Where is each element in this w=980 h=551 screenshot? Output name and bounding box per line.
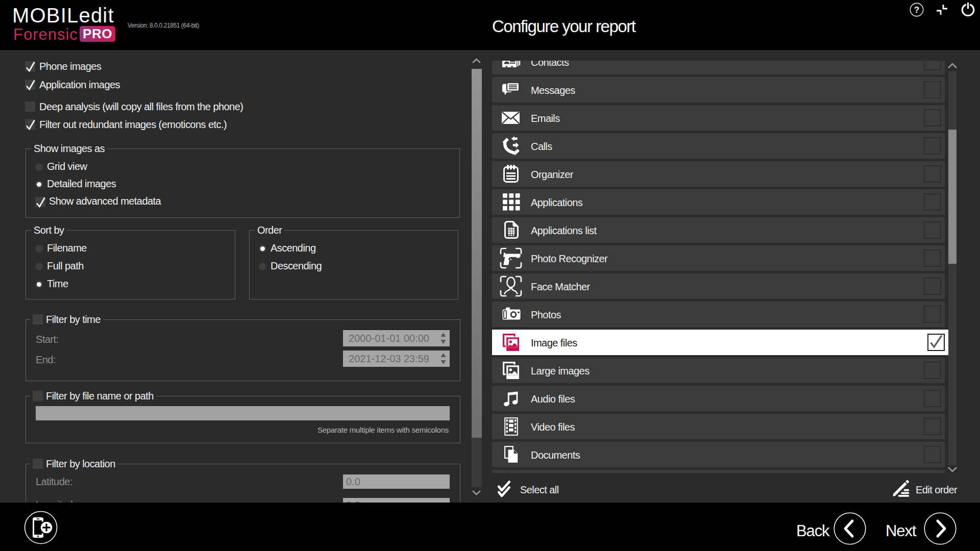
- svg-text:?: ?: [914, 5, 919, 15]
